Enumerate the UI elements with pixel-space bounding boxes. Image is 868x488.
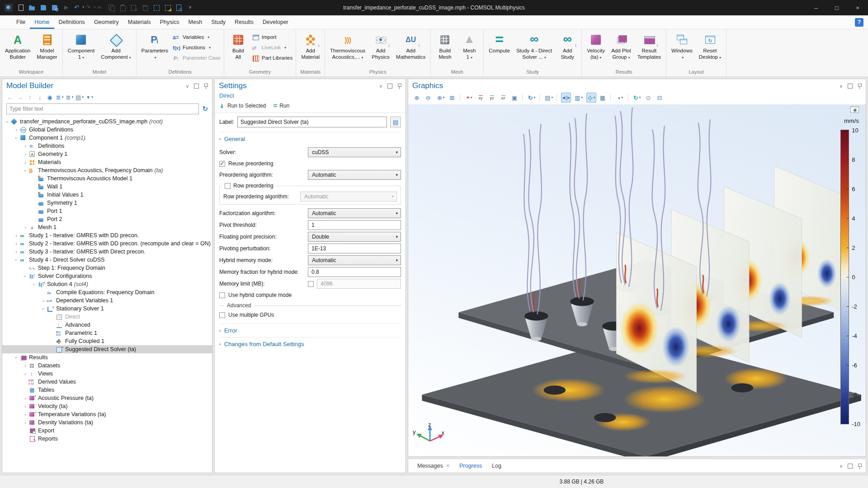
tree-item[interactable]: Solution 4 (sol4) [2,280,212,288]
tree-item[interactable]: Tables [2,386,212,394]
ribbon-small-button[interactable]: Parameter Case [173,54,221,62]
zoom-out-icon[interactable] [423,93,433,103]
tree-item[interactable]: Port 2 [2,215,212,223]
tree-item[interactable]: Study 4 - Direct Solver cuDSS [2,256,212,264]
tree-item[interactable]: Step 1: Frequency Domain [2,264,212,272]
tree-item[interactable]: Symmetry 1 [2,199,212,207]
ribbon-button[interactable]: Compute [486,30,513,66]
zoom-in-icon[interactable] [412,93,422,103]
maximize-icon[interactable]: □ [826,0,847,15]
ribbon-button[interactable]: Windows [669,30,695,66]
tree-item[interactable]: Initial Values 1 [2,191,212,199]
pivot-threshold-input[interactable]: 1 [308,220,401,230]
run-to-selected-button[interactable]: Run to Selected [219,103,266,109]
tree-expander-icon[interactable] [22,144,28,149]
rotate-icon[interactable] [527,93,537,103]
tree-expander-icon[interactable] [13,249,19,254]
collapse-all-icon[interactable] [66,93,74,102]
ribbon-button[interactable]: Thermoviscous Acoustics,... [327,30,368,66]
panel-pin-icon[interactable] [397,83,401,89]
panel-pin-icon[interactable] [204,83,208,89]
redo-icon[interactable] [85,4,92,11]
scene-icon[interactable] [544,93,554,103]
tree-item[interactable]: Fully Coupled 1 [2,337,212,345]
nav-back-icon[interactable] [6,93,14,102]
move-up-icon[interactable] [26,93,34,102]
ribbon-button[interactable]: Parameters [139,30,171,66]
tree-expander-icon[interactable] [22,404,28,409]
tree-item[interactable]: Global Definitions [2,126,212,134]
tree-expander-icon[interactable] [13,355,19,360]
duplicate-icon[interactable] [130,4,137,11]
graphics-toolbar-button[interactable] [610,94,611,101]
tree-item[interactable]: Desnity Variations (ta) [2,418,212,427]
tree-item[interactable]: Export [2,427,212,435]
tree-filter-input[interactable] [6,103,199,114]
messages-tab[interactable]: Messages [412,459,454,473]
undo-icon[interactable] [74,4,81,11]
menu-tab[interactable]: Developer [258,15,293,29]
menu-tab[interactable]: Results [230,15,258,29]
messages-tab[interactable]: Progress [454,459,487,473]
panel-menu-icon[interactable] [379,84,382,89]
menu-tab[interactable]: Definitions [54,15,90,29]
view-xy-icon[interactable] [476,93,486,103]
default-view-icon[interactable] [464,93,474,103]
row-preordering-checkbox[interactable] [225,183,231,189]
tree-item[interactable]: Study 2 - Iterative: GMRES with DD preco… [2,239,212,248]
tree-expander-icon[interactable] [22,420,28,425]
nav-forward-icon[interactable] [16,93,24,102]
tree-item[interactable]: Datasets [2,361,212,370]
graphics-toolbar-button[interactable] [539,94,540,101]
ribbon-small-button[interactable]: Import [252,33,292,41]
menu-tab[interactable]: Home [30,15,54,29]
ribbon-button[interactable]: Add Study [556,30,579,66]
tree-item[interactable]: Component 1 (comp1) [2,134,212,142]
section-general[interactable]: General [219,132,401,145]
tree-item[interactable]: Compile Equations: Frequency Domain [2,288,212,296]
use-multiple-gpus-checkbox[interactable] [219,312,225,318]
tree-item[interactable]: Results [2,353,212,361]
memory-limit-checkbox[interactable] [308,281,314,287]
section-error[interactable]: Error [219,324,401,337]
tree-expander-icon[interactable] [13,258,19,263]
ribbon-button[interactable]: Add Plot Group [609,30,633,66]
copy-icon[interactable] [108,4,115,11]
tree-expander-icon[interactable] [13,241,19,246]
find-icon[interactable] [175,4,183,11]
close-icon[interactable] [446,463,449,469]
tree-expander-icon[interactable] [22,152,28,157]
refresh-icon[interactable] [202,105,208,113]
floating-point-precision-select[interactable]: Double [308,232,401,242]
tree-expander-icon[interactable] [40,306,47,311]
ribbon-button[interactable]: Component 1 [65,30,97,66]
snapshot-icon[interactable] [643,93,653,103]
appearance-icon[interactable] [615,93,625,103]
tree-expander-icon[interactable] [13,136,19,141]
tree-expander-icon[interactable] [4,119,10,124]
tree-item[interactable]: Dependent Variables 1 [2,296,212,305]
paste-icon[interactable] [119,4,126,11]
tree-item[interactable]: Suggested Direct Solver (ta) [2,345,212,353]
close-icon[interactable]: × [847,0,868,15]
update-icon[interactable] [632,93,642,103]
run-button[interactable]: Run [273,102,289,109]
tree-item[interactable]: Derived Values [2,378,212,386]
section-changes-from-default[interactable]: Changes from Default Settings [219,337,401,351]
clear-selection-icon[interactable] [164,4,171,11]
expand-all-icon[interactable] [56,93,64,102]
reuse-preordering-checkbox[interactable] [219,161,225,167]
tree-item[interactable]: Parametric 1 [2,329,212,337]
ribbon-button[interactable]: Mesh 1 [458,30,481,66]
panel-maximize-icon[interactable] [848,464,853,469]
show-icon[interactable] [46,93,54,102]
ribbon-button[interactable]: Study 4 - Direct Solver ... [514,30,555,66]
tree-expander-icon[interactable] [13,127,19,132]
tree-item[interactable]: Geometry 1 [2,150,212,158]
tree-item[interactable]: Velocity (ta) [2,402,212,410]
filter-icon[interactable] [85,93,94,102]
tree-expander-icon[interactable] [22,168,28,173]
tree-item[interactable]: Thermoviscous Acoustics Model 1 [2,174,212,183]
ribbon-button[interactable]: Add Physics [369,30,392,66]
ribbon-button[interactable]: Add Material [298,30,322,66]
